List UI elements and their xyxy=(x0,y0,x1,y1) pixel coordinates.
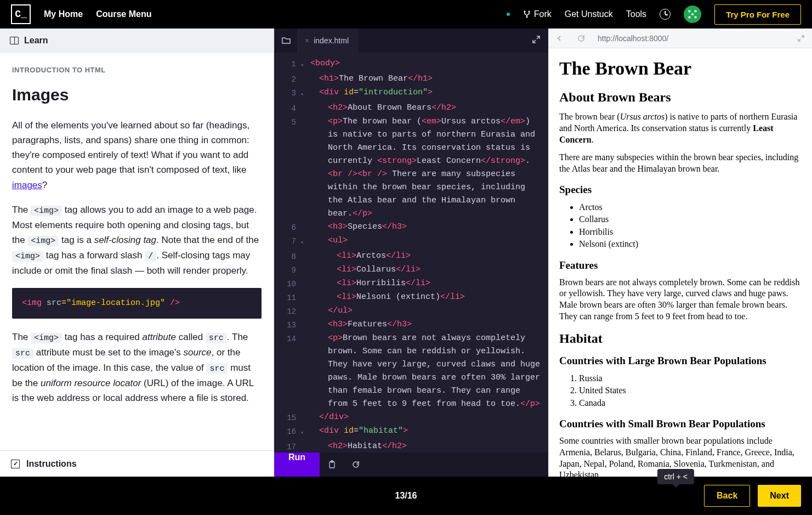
url-bar[interactable]: http://localhost:8000/ xyxy=(592,34,790,43)
editor-line[interactable]: 7▾<ul> xyxy=(274,234,548,250)
code-inline: <img> xyxy=(27,236,59,246)
page-h1: The Brown Bear xyxy=(559,58,801,79)
browser-viewport[interactable]: The Brown Bear About Brown Bears The bro… xyxy=(548,48,812,477)
avatar[interactable] xyxy=(684,5,701,23)
editor-line[interactable]: 8<li>Arctos</li> xyxy=(274,250,548,263)
page-paragraph: The brown bear (Ursus arctos) is native … xyxy=(559,111,801,145)
expand-editor-button[interactable] xyxy=(524,35,548,46)
editor-line[interactable]: 16▾<div id="habitat"> xyxy=(274,425,548,440)
list-item: Collarus xyxy=(579,213,801,225)
status-dot-icon xyxy=(507,13,510,16)
run-button[interactable]: Run xyxy=(274,452,320,477)
copy-button[interactable] xyxy=(320,452,344,477)
instructions-label: Instructions xyxy=(26,459,77,469)
bottom-bar: 13/16 ctrl + < Back Next xyxy=(0,477,812,515)
lesson-panel: Learn INTRODUCTION TO HTML Images All of… xyxy=(0,29,274,477)
lesson-paragraph: The <img> tag allows you to add an image… xyxy=(12,202,262,278)
list-item: United States xyxy=(579,384,801,397)
species-list: ArctosCollarusHorribilisNelsoni (extinct… xyxy=(579,201,801,251)
lesson-scroll[interactable]: INTRODUCTION TO HTML Images All of the e… xyxy=(0,53,274,450)
editor-line[interactable]: 2<h1>The Brown Bear</h1> xyxy=(274,72,548,86)
logo[interactable]: C_ xyxy=(11,4,31,24)
images-link[interactable]: images xyxy=(12,180,42,190)
get-unstuck-button[interactable]: Get Unstuck xyxy=(565,9,613,19)
page-h3: Countries with Small Brown Bear Populati… xyxy=(559,418,801,430)
clipboard-icon xyxy=(328,460,336,469)
fork-label: Fork xyxy=(534,9,552,19)
progress-indicator: 13/16 xyxy=(395,491,417,501)
instructions-toggle[interactable]: ✓ Instructions xyxy=(0,450,274,477)
lesson-title: Images xyxy=(12,82,262,108)
editor-line[interactable]: 17<h2>Habitat</h2> xyxy=(274,440,548,452)
svg-point-1 xyxy=(528,11,530,13)
nav-my-home[interactable]: My Home xyxy=(44,9,83,19)
editor-line[interactable]: 6<h3>Species</h3> xyxy=(274,220,548,234)
browser-refresh-button[interactable] xyxy=(570,29,592,48)
editor-line[interactable]: 14<p>Brown bears are not always complete… xyxy=(274,332,548,411)
code-inline: src xyxy=(206,333,227,343)
page-paragraph: Brown bears are not always completely br… xyxy=(559,277,801,322)
code-inline: <img> xyxy=(12,251,43,262)
refresh-icon xyxy=(577,35,585,42)
editor-line[interactable]: 12</ul> xyxy=(274,304,548,318)
page-h3: Features xyxy=(559,259,801,271)
editor-line[interactable]: 10<li>Horribilis</li> xyxy=(274,277,548,291)
code-editor[interactable]: 1▾<body>2<h1>The Brown Bear</h1>3▾<div i… xyxy=(274,53,548,452)
editor-tabbar: × index.html xyxy=(274,29,548,53)
learn-label: Learn xyxy=(24,36,48,46)
folder-icon xyxy=(282,37,291,44)
lesson-paragraph: The <img> tag has a required attribute c… xyxy=(12,330,262,405)
svg-point-0 xyxy=(524,11,525,13)
svg-rect-7 xyxy=(695,16,697,19)
expand-icon xyxy=(797,35,805,42)
page-h3: Countries with Large Brown Bear Populati… xyxy=(559,355,801,367)
editor-line[interactable]: 9<li>Collarus</li> xyxy=(274,263,548,277)
svg-rect-3 xyxy=(689,10,691,13)
back-button[interactable]: Back xyxy=(704,485,750,507)
editor-line[interactable]: 15</div> xyxy=(274,411,548,425)
editor-line[interactable]: 3▾<div id="introduction"> xyxy=(274,86,548,101)
tools-button[interactable]: Tools xyxy=(626,9,646,19)
list-item: Canada xyxy=(579,397,801,409)
close-icon[interactable]: × xyxy=(305,36,309,45)
next-button[interactable]: Next xyxy=(758,485,801,507)
keyboard-shortcut-tooltip: ctrl + < xyxy=(657,469,694,484)
page-h2: About Brown Bears xyxy=(559,90,801,105)
file-tree-button[interactable] xyxy=(274,29,298,53)
list-item: Horribilis xyxy=(579,226,801,238)
page-h3: Species xyxy=(559,184,801,196)
refresh-icon xyxy=(351,460,360,469)
list-item: Arctos xyxy=(579,201,801,213)
editor-line[interactable]: 5<p>The brown bear (<em>Ursus arctos</em… xyxy=(274,115,548,220)
page-paragraph: There are many subspecies within the bro… xyxy=(559,152,801,175)
browser-back-button[interactable] xyxy=(548,29,570,48)
countries-large-list: RussiaUnited StatesCanada xyxy=(579,372,801,409)
clock-icon[interactable] xyxy=(660,9,671,20)
code-inline: <img> xyxy=(31,206,62,216)
nav-course-menu[interactable]: Course Menu xyxy=(96,9,151,19)
chevron-left-icon xyxy=(556,35,563,42)
list-item: Russia xyxy=(579,372,801,384)
editor-line[interactable]: 11<li>Nelsoni (extinct)</li> xyxy=(274,291,548,304)
code-block: <img src="image-location.jpg" /> xyxy=(12,288,262,319)
tab-index-html[interactable]: × index.html xyxy=(298,29,359,53)
svg-rect-4 xyxy=(695,10,697,13)
svg-rect-8 xyxy=(330,462,334,468)
editor-line[interactable]: 1▾<body> xyxy=(274,57,548,72)
book-icon xyxy=(10,37,19,44)
try-pro-button[interactable]: Try Pro For Free xyxy=(714,4,801,25)
editor-line[interactable]: 13<h3>Features</h3> xyxy=(274,318,548,332)
tab-label: index.html xyxy=(314,36,349,45)
svg-point-2 xyxy=(526,16,527,18)
browser-toolbar: http://localhost:8000/ xyxy=(548,29,812,48)
checkbox-icon: ✓ xyxy=(11,460,20,468)
fork-button[interactable]: Fork xyxy=(523,9,552,19)
top-navigation: C_ My Home Course Menu Fork Get Unstuck … xyxy=(0,0,812,29)
expand-browser-button[interactable] xyxy=(790,29,812,48)
svg-rect-6 xyxy=(689,16,691,19)
editor-line[interactable]: 4<h2>About Brown Bears</h2> xyxy=(274,101,548,115)
reset-button[interactable] xyxy=(344,452,368,477)
list-item: Nelsoni (extinct) xyxy=(579,238,801,250)
browser-panel: http://localhost:8000/ The Brown Bear Ab… xyxy=(548,29,812,477)
learn-header[interactable]: Learn xyxy=(0,29,274,53)
